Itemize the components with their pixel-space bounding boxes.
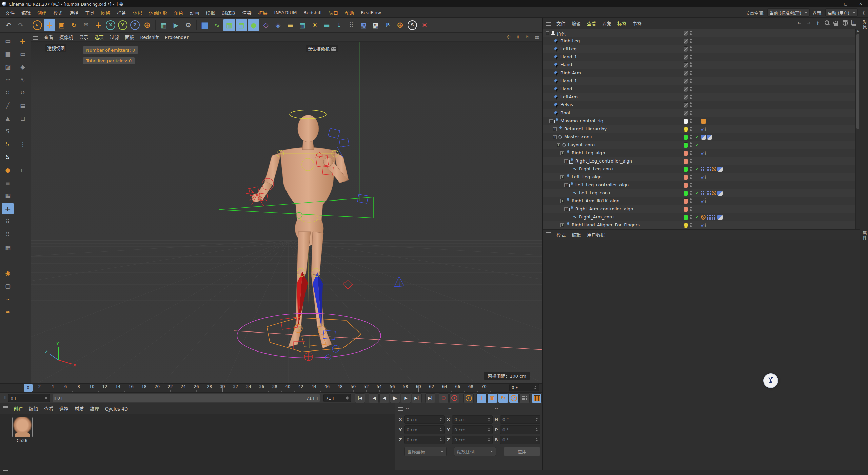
enabled-check-icon[interactable]: ✓ xyxy=(695,214,699,220)
object-row-Root[interactable]: Root xyxy=(543,109,860,117)
object-label[interactable]: Master_con+ xyxy=(564,134,593,139)
object-label[interactable]: Layout_con+ xyxy=(568,142,597,147)
poly-select-icon[interactable]: ≈ xyxy=(2,306,14,318)
visibility-dots[interactable] xyxy=(690,159,692,164)
visibility-dots[interactable] xyxy=(690,31,692,36)
object-row-Left_Leg_algn[interactable]: +Left_Leg_algn xyxy=(543,173,860,182)
object-row-RightHand_Aligner_For_Fingers[interactable]: +RightHand_Aligner_For_Fingers xyxy=(543,221,860,229)
object-row-Right_Arm_IK/FK_algn[interactable]: +Right_Arm_IK/FK_algn xyxy=(543,197,860,205)
coord-field-l1-0[interactable]: 0 cm xyxy=(404,415,445,424)
track-icon[interactable] xyxy=(843,20,848,26)
retarget-tag-icon[interactable] xyxy=(701,127,706,132)
menu-item-材质[interactable]: 材质 xyxy=(72,406,87,412)
object-row-Retarget_Hierarchy[interactable]: +Retarget_Hierarchy xyxy=(543,125,860,133)
record-rotation-button[interactable]: ↻ xyxy=(498,393,508,403)
forward-icon[interactable]: → xyxy=(806,20,812,26)
scale-mode-dropdown[interactable]: 缩放比例 xyxy=(454,447,496,456)
up-icon[interactable]: ↑ xyxy=(815,20,821,26)
object-row-Mixamo_control_rig[interactable]: −Mixamo_control_rig xyxy=(543,117,860,126)
visibility-dots[interactable] xyxy=(690,167,692,172)
array-grid-icon[interactable]: ▩ xyxy=(358,19,369,31)
object-label[interactable]: Mixamo_control_rig xyxy=(560,118,603,124)
retarget-tag-icon[interactable] xyxy=(701,198,706,204)
record-parameter-button[interactable]: P xyxy=(509,393,519,403)
visibility-dots[interactable] xyxy=(690,102,692,108)
object-label[interactable]: Right_Leg_algn xyxy=(572,150,605,155)
measure-icon[interactable]: ▬ xyxy=(284,19,296,31)
object-row-RightArm[interactable]: RightArm xyxy=(543,69,860,77)
menu-item-纹理[interactable]: 纹理 xyxy=(87,406,102,412)
next-frame-button[interactable]: ▶ xyxy=(401,393,411,403)
menu-4[interactable]: 选择 xyxy=(66,9,82,16)
enabled-check-icon[interactable]: ✓ xyxy=(695,142,699,147)
menu-6[interactable]: 网格 xyxy=(98,9,114,16)
python-tag-icon[interactable] xyxy=(717,167,723,172)
close-button[interactable]: ✕ xyxy=(853,0,868,7)
layer-chip[interactable] xyxy=(684,119,688,124)
retarget-tag-icon[interactable] xyxy=(701,223,706,228)
python-tag-icon[interactable] xyxy=(717,215,723,220)
record-scale-button[interactable]: ▣ xyxy=(487,393,497,403)
next-key-button[interactable]: ▶| xyxy=(412,393,422,403)
add-floor-icon[interactable]: ▬ xyxy=(321,19,333,31)
interface-dropdown[interactable]: 启动 (用户) xyxy=(825,8,858,17)
visibility-dots[interactable] xyxy=(690,46,692,52)
apply-button[interactable]: 应用 xyxy=(504,447,540,456)
visibility-dots[interactable] xyxy=(690,39,692,44)
render-settings-icon[interactable]: ⚙ xyxy=(182,19,194,31)
visibility-dots[interactable] xyxy=(690,191,692,196)
expand-icon[interactable]: + xyxy=(557,143,560,147)
point-mode-icon[interactable]: ∷ xyxy=(2,87,14,98)
collapse-icon[interactable]: − xyxy=(546,31,549,35)
grid-box-icon[interactable]: ▦ xyxy=(2,242,14,253)
layer-chip[interactable] xyxy=(684,55,688,60)
layer-chip[interactable] xyxy=(684,223,688,228)
object-row-Right_Leg_con+[interactable]: ∿Right_Leg_con+✓ xyxy=(543,165,860,173)
layer-chip[interactable] xyxy=(684,39,688,44)
visibility-dots[interactable] xyxy=(690,79,692,84)
playhead[interactable]: 0 xyxy=(24,384,33,392)
undo-icon[interactable]: ↶ xyxy=(3,19,14,31)
layer-chip[interactable] xyxy=(684,71,688,76)
live-selection-icon[interactable]: ▸ xyxy=(32,19,43,31)
go-to-end-button[interactable]: ▶| xyxy=(425,393,435,403)
back-icon[interactable]: ← xyxy=(796,20,803,26)
spline-pen-icon[interactable]: ∿ xyxy=(17,74,28,86)
minimize-button[interactable]: — xyxy=(823,0,838,7)
dotted-b-icon[interactable]: ⠿ xyxy=(2,229,14,240)
python-tag-icon[interactable] xyxy=(717,191,723,196)
rotate-tool-icon[interactable]: ↻ xyxy=(68,19,80,31)
lock-x-icon[interactable]: X xyxy=(105,19,116,31)
rows-icon[interactable]: ▤ xyxy=(17,100,28,111)
lock-icon[interactable] xyxy=(834,23,838,25)
dot-icon[interactable]: ▫ xyxy=(17,164,28,176)
search-icon[interactable] xyxy=(824,20,830,26)
object-label[interactable]: Right_Arm_IK/FK_algn xyxy=(572,198,619,203)
expand-icon[interactable]: + xyxy=(560,199,564,203)
menu-item-查看[interactable]: 查看 xyxy=(584,21,599,26)
solo-single-icon[interactable]: S xyxy=(2,138,14,150)
qr-icon[interactable]: ▩ xyxy=(370,19,381,31)
protection-tag-icon[interactable] xyxy=(712,167,716,171)
redo-icon[interactable]: ↷ xyxy=(15,19,26,31)
protection-tag-icon[interactable] xyxy=(701,215,706,220)
note-tag-icon[interactable] xyxy=(701,119,706,124)
object-label[interactable]: Hand_1 xyxy=(560,78,577,83)
play-button[interactable]: ▶ xyxy=(390,393,400,403)
menu-10[interactable]: 角色 xyxy=(171,9,186,16)
xpresso-tag-icon[interactable] xyxy=(701,191,705,196)
coord-field-l3-2[interactable]: 0 ° xyxy=(500,436,540,444)
keyframe-selection-button[interactable] xyxy=(532,393,542,403)
enabled-check-icon[interactable]: ✓ xyxy=(695,166,699,171)
menu-item-显示[interactable]: 显示 xyxy=(76,35,92,40)
make-editable-icon[interactable]: ▭ xyxy=(2,35,14,47)
visibility-dots[interactable] xyxy=(690,198,692,204)
plane-icon[interactable]: ▭ xyxy=(17,48,28,60)
menu-9[interactable]: 运动图形 xyxy=(145,9,171,16)
protection-tag-icon[interactable] xyxy=(712,191,716,195)
axis-mode-icon[interactable]: + xyxy=(2,203,14,214)
coord-field-l1-1[interactable]: 0 cm xyxy=(404,425,445,434)
visibility-dots[interactable] xyxy=(690,135,692,140)
object-label[interactable]: Hand xyxy=(560,86,572,91)
object-row-Hand[interactable]: Hand xyxy=(543,85,860,93)
